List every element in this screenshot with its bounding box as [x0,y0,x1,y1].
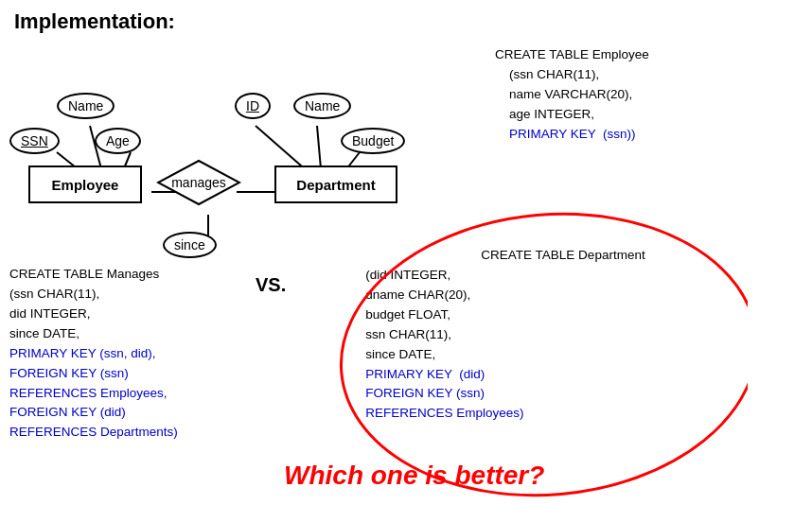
code-department-line3: budget FLOAT, [341,305,786,325]
code-manages-line1: (ssn CHAR(11), [9,285,246,305]
code-department: CREATE TABLE Department (did INTEGER, dn… [341,246,786,424]
code-manages-line3: since DATE, [9,324,246,344]
entity-employee: Employee [28,165,142,203]
oval-age: Age [95,128,141,154]
code-employee-line2: name VARCHAR(20), [495,85,798,105]
code-department-header: CREATE TABLE Department [341,246,786,266]
code-employee: CREATE TABLE Employee (ssn CHAR(11), nam… [495,45,798,145]
code-department-line5: since DATE, [341,345,786,365]
code-department-line1: (did INTEGER, [341,266,786,286]
code-department-pk: PRIMARY KEY (did) [341,365,786,385]
code-manages-fk2: FOREIGN KEY (did) [9,403,246,423]
code-manages-pk: PRIMARY KEY (ssn, did), [9,344,246,364]
entity-department: Department [274,165,397,203]
oval-id: ID [235,93,271,119]
oval-ssn: SSN [9,128,60,154]
oval-budget: Budget [341,128,405,154]
code-employee-line1: (ssn CHAR(11), [495,65,798,85]
relationship-manages-label: manages [156,159,241,206]
oval-name-department: Name [293,93,351,119]
code-manages-header: CREATE TABLE Manages [9,265,246,285]
vs-label: VS. [256,274,286,296]
code-employee-line4: PRIMARY KEY (ssn)) [495,125,798,145]
page: Implementation: Employee Department [0,0,812,505]
code-manages: CREATE TABLE Manages (ssn CHAR(11), did … [9,265,246,443]
code-employee-header: CREATE TABLE Employee [495,45,798,65]
code-department-line2: dname CHAR(20), [341,286,786,305]
code-department-ref: REFERENCES Employees) [341,404,786,424]
relationship-manages: manages [156,159,241,206]
diagram-lines [5,43,402,260]
which-one-label: Which one is better? [284,461,544,491]
code-employee-line3: age INTEGER, [495,105,798,125]
code-manages-ref2: REFERENCES Departments) [9,423,246,443]
code-manages-fk1: FOREIGN KEY (ssn) [9,364,246,384]
code-manages-ref1: REFERENCES Employees, [9,384,246,404]
oval-name-employee: Name [57,93,115,119]
code-department-line4: ssn CHAR(11), [341,325,786,345]
page-title: Implementation: [14,9,798,34]
code-manages-line2: did INTEGER, [9,305,246,324]
oval-since: since [163,232,217,258]
code-department-fk: FOREIGN KEY (ssn) [341,384,786,404]
